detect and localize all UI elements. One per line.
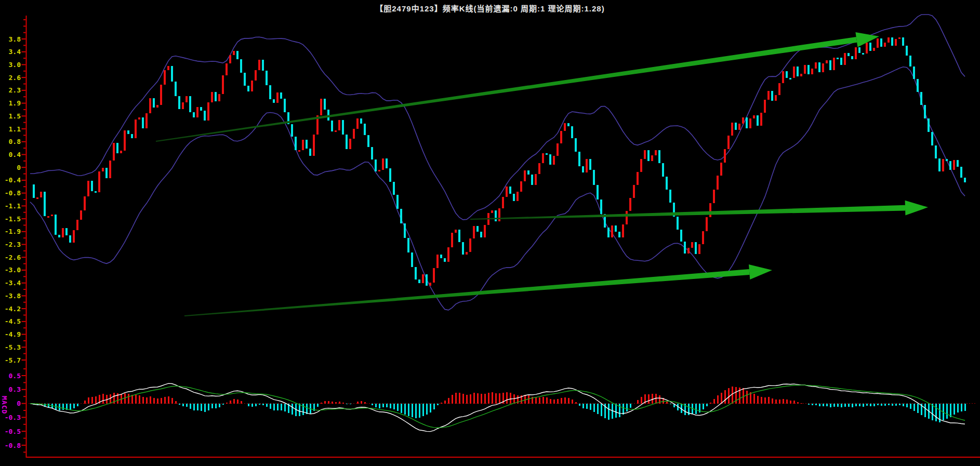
price-axis-label: -3.0 xyxy=(5,266,21,274)
middle-trend-arrow-head xyxy=(905,201,928,216)
price-axis-label: 2.3 xyxy=(9,86,21,94)
price-axis-label: 0 xyxy=(17,164,21,171)
price-axis-label: 3.0 xyxy=(9,61,21,69)
macd-axis-label: 0.3 xyxy=(9,385,21,393)
app-window: 【胆2479中123】频率K线(当前遗漏:0 周期:1 理论周期:1.28) M… xyxy=(0,0,980,466)
price-axis-label: -4.5 xyxy=(5,317,21,325)
macd-axis-label: -0.5 xyxy=(5,428,21,435)
price-axis-label: -1.1 xyxy=(5,202,21,210)
middle-trend-arrow xyxy=(470,205,905,220)
macd-axis-label: 0.5 xyxy=(9,372,21,380)
price-axis-label: -1.5 xyxy=(5,215,21,223)
price-axis-label: 1.5 xyxy=(9,112,21,120)
price-axis-label: -2.6 xyxy=(5,254,21,261)
price-axis-label: -5.3 xyxy=(5,343,21,351)
axis-labels: 3.83.43.02.62.31.91.51.10.80.40-0.4-0.8-… xyxy=(5,35,21,449)
price-axis-label: -2.3 xyxy=(5,241,21,248)
price-axis-label: 0.8 xyxy=(9,138,21,145)
chart-area[interactable]: 3.83.43.02.62.31.91.51.10.80.40-0.4-0.8-… xyxy=(0,0,980,466)
macd-histogram xyxy=(33,387,966,422)
price-axis-label: -3.4 xyxy=(5,279,21,287)
price-axis-label: 1.9 xyxy=(9,99,21,107)
macd-axis-label: 0 xyxy=(17,400,21,407)
macd-dif-line xyxy=(30,383,965,432)
macd-axis-label: -0.8 xyxy=(5,442,21,449)
macd-axis-label: -0.3 xyxy=(5,414,21,421)
price-axis-label: 1.1 xyxy=(9,125,21,133)
bollinger-bands xyxy=(30,15,965,310)
price-axis-label: 2.6 xyxy=(9,74,21,82)
kline-bars xyxy=(33,37,966,286)
price-axis-label: -3.8 xyxy=(5,292,21,300)
price-axis-label: 3.4 xyxy=(9,48,21,56)
upper-trend-arrow xyxy=(156,37,857,142)
macd-lines xyxy=(30,383,965,432)
price-axis-label: -5.7 xyxy=(5,356,21,364)
lower-trend-arrow-head xyxy=(749,264,772,279)
price-axis-label: 3.8 xyxy=(9,35,21,43)
lower-trend-arrow xyxy=(184,269,750,316)
trend-arrows xyxy=(156,32,928,316)
price-axis-label: -4.9 xyxy=(5,330,21,338)
price-axis-label: 0.4 xyxy=(9,151,21,158)
macd-dea-line xyxy=(30,385,965,428)
price-axis-label: -4.2 xyxy=(5,305,21,313)
price-axis-label: -0.8 xyxy=(5,189,21,197)
price-axis-label: -1.9 xyxy=(5,228,21,235)
price-axis-label: -0.4 xyxy=(5,176,21,184)
